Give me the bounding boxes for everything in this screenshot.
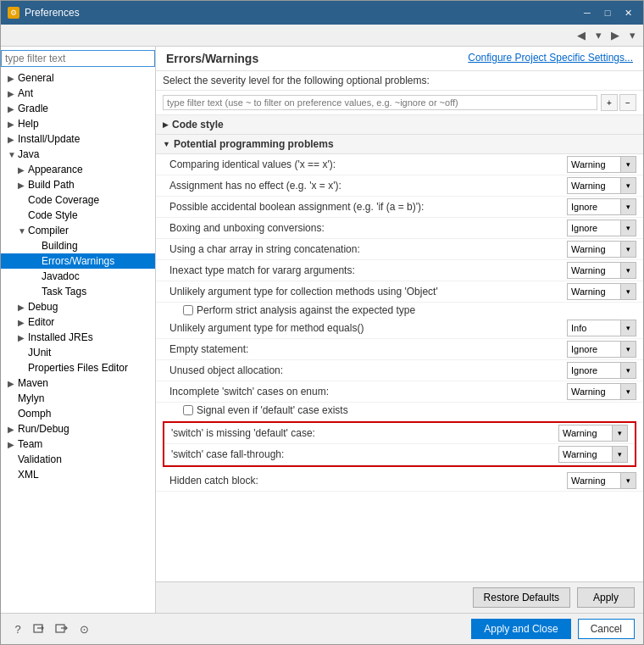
- apply-and-close-button[interactable]: Apply and Close: [471, 619, 570, 639]
- expand-icon: ▶: [18, 333, 26, 342]
- pref-dropdown-hidden-catch[interactable]: Warning ▾: [567, 472, 636, 489]
- sidebar-item-task-tags[interactable]: Task Tags: [1, 284, 155, 299]
- import-icon[interactable]: [31, 620, 48, 637]
- pref-dropdown-char-array[interactable]: Warning ▾: [567, 241, 636, 258]
- pref-dropdown-switch-missing[interactable]: Warning ▾: [558, 425, 628, 442]
- apply-button[interactable]: Apply: [577, 587, 635, 608]
- pref-label: Unlikely argument type for method equals…: [169, 322, 567, 334]
- signal-default-checkbox[interactable]: [183, 405, 193, 415]
- sidebar-item-ant[interactable]: ▶ Ant: [1, 86, 155, 101]
- sidebar-item-maven[interactable]: ▶ Maven: [1, 375, 155, 391]
- pref-dropdown-unlikely-arg[interactable]: Warning ▾: [567, 283, 636, 300]
- pref-dropdown-boxing[interactable]: Ignore ▾: [567, 220, 636, 236]
- sidebar-item-build-path[interactable]: ▶ Build Path: [1, 177, 155, 192]
- dropdown-arrow-icon: ▾: [620, 242, 636, 257]
- section-header-code-style[interactable]: ▶ Code style: [156, 115, 643, 135]
- expand-icon: ▶: [8, 440, 16, 449]
- expand-icon: ▶: [18, 181, 26, 190]
- sidebar-item-installed-jres[interactable]: ▶ Installed JREs: [1, 330, 155, 345]
- link-icon[interactable]: ⊙: [75, 620, 92, 637]
- minimize-button[interactable]: ─: [579, 6, 596, 19]
- back-button[interactable]: ◀: [572, 27, 591, 44]
- export-icon[interactable]: [53, 620, 70, 637]
- sidebar-item-debug[interactable]: ▶ Debug: [1, 299, 155, 314]
- pref-dropdown-inexact[interactable]: Warning ▾: [567, 262, 636, 279]
- help-icon[interactable]: ?: [9, 620, 26, 637]
- pref-label: Unused object allocation:: [169, 364, 567, 376]
- pref-label: Possible accidental boolean assignment (…: [169, 201, 567, 213]
- expand-icon: ▶: [8, 379, 16, 388]
- sidebar-item-validation[interactable]: Validation: [1, 452, 155, 467]
- sidebar-item-gradle[interactable]: ▶ Gradle: [1, 101, 155, 116]
- pref-dropdown-unused-object[interactable]: Ignore ▾: [567, 362, 636, 379]
- expand-icon: ▶: [8, 425, 16, 434]
- back-dropdown[interactable]: ▾: [592, 27, 604, 44]
- section-arrow: ▼: [163, 140, 170, 148]
- sidebar-item-oomph[interactable]: Oomph: [1, 406, 155, 421]
- pref-row-switch-enum: Incomplete 'switch' cases on enum: Warni…: [156, 381, 643, 403]
- section-arrow: ▶: [163, 120, 169, 129]
- app-icon: ⚙: [8, 7, 19, 19]
- expand-icon: ▶: [8, 104, 16, 114]
- sidebar-item-run-debug[interactable]: ▶ Run/Debug: [1, 421, 155, 436]
- sidebar-item-code-style[interactable]: Code Style: [1, 208, 155, 223]
- configure-project-link[interactable]: Configure Project Specific Settings...: [468, 52, 633, 64]
- dropdown-arrow-icon: ▾: [620, 220, 636, 236]
- expand-icon: ▶: [8, 89, 16, 98]
- sidebar-filter-input[interactable]: [1, 50, 155, 67]
- pref-dropdown-comparing-identical[interactable]: Warning ▾: [567, 156, 636, 173]
- sidebar-item-help[interactable]: ▶ Help: [1, 116, 155, 131]
- pref-dropdown-boolean[interactable]: Ignore ▾: [567, 198, 636, 215]
- sidebar-item-general[interactable]: ▶ General: [1, 70, 155, 86]
- sidebar-item-xml[interactable]: XML: [1, 467, 155, 482]
- forward-button[interactable]: ▶: [606, 27, 625, 44]
- pref-dropdown-switch-fallthrough[interactable]: Warning ▾: [558, 446, 628, 463]
- filter-input[interactable]: [163, 95, 597, 110]
- sidebar-item-building[interactable]: Building: [1, 238, 155, 253]
- footer-right: Apply and Close Cancel: [471, 619, 635, 639]
- cancel-button[interactable]: Cancel: [578, 619, 635, 639]
- sidebar-item-code-coverage[interactable]: Code Coverage: [1, 192, 155, 208]
- pref-row-unlikely-method-equals: Unlikely argument type for method equals…: [156, 318, 643, 339]
- pref-label: Hidden catch block:: [169, 475, 567, 487]
- expand-icon: ▼: [8, 150, 16, 159]
- pref-dropdown-empty-statement[interactable]: Ignore ▾: [567, 341, 636, 358]
- pref-label: Assignment has no effect (e.g. 'x = x'):: [169, 180, 567, 192]
- strict-analysis-checkbox[interactable]: [183, 305, 193, 315]
- pref-dropdown-switch-enum[interactable]: Warning ▾: [567, 383, 636, 400]
- add-filter-button[interactable]: +: [601, 94, 618, 111]
- maximize-button[interactable]: □: [599, 6, 616, 19]
- sidebar-item-errors-warnings[interactable]: Errors/Warnings: [1, 253, 155, 269]
- pref-dropdown-unlikely-equals[interactable]: Info ▾: [567, 320, 636, 336]
- pref-row-unused-object: Unused object allocation: Ignore ▾: [156, 360, 643, 381]
- pref-row-boxing: Boxing and unboxing conversions: Ignore …: [156, 218, 643, 239]
- section-header-potential[interactable]: ▼ Potential programming problems: [156, 135, 643, 154]
- sidebar-item-compiler[interactable]: ▼ Compiler: [1, 223, 155, 238]
- expand-icon: ▶: [8, 135, 16, 144]
- filter-bar: + −: [156, 91, 643, 115]
- forward-dropdown[interactable]: ▾: [626, 27, 638, 44]
- sidebar-item-properties-files-editor[interactable]: Properties Files Editor: [1, 360, 155, 375]
- sidebar-item-javadoc[interactable]: Javadoc: [1, 269, 155, 284]
- scroll-area[interactable]: ▶ Code style ▼ Potential programming pro…: [156, 115, 643, 581]
- dropdown-arrow-icon: ▾: [620, 363, 636, 378]
- sidebar-item-appearance[interactable]: ▶ Appearance: [1, 162, 155, 177]
- sidebar-item-install-update[interactable]: ▶ Install/Update: [1, 131, 155, 147]
- pref-dropdown-assignment[interactable]: Warning ▾: [567, 177, 636, 194]
- pref-row-char-array: Using a char array in string concatenati…: [156, 239, 643, 260]
- close-button[interactable]: ✕: [619, 6, 636, 19]
- expand-icon: ▶: [18, 318, 26, 327]
- dropdown-arrow-icon: ▾: [620, 157, 636, 172]
- toolbar: ◀ ▾ ▶ ▾: [1, 25, 643, 47]
- remove-filter-button[interactable]: −: [619, 94, 636, 111]
- dropdown-arrow-icon: ▾: [620, 284, 636, 299]
- section-label-code-style: Code style: [172, 119, 224, 131]
- checkbox-label: Signal even if 'default' case exists: [197, 404, 348, 416]
- pref-row-assignment-no-effect: Assignment has no effect (e.g. 'x = x'):…: [156, 175, 643, 197]
- sidebar-item-editor[interactable]: ▶ Editor: [1, 314, 155, 330]
- restore-defaults-button[interactable]: Restore Defaults: [473, 587, 570, 608]
- sidebar-item-junit[interactable]: JUnit: [1, 345, 155, 360]
- sidebar-item-mylyn[interactable]: Mylyn: [1, 391, 155, 406]
- sidebar-item-team[interactable]: ▶ Team: [1, 436, 155, 452]
- sidebar-item-java[interactable]: ▼ Java: [1, 147, 155, 162]
